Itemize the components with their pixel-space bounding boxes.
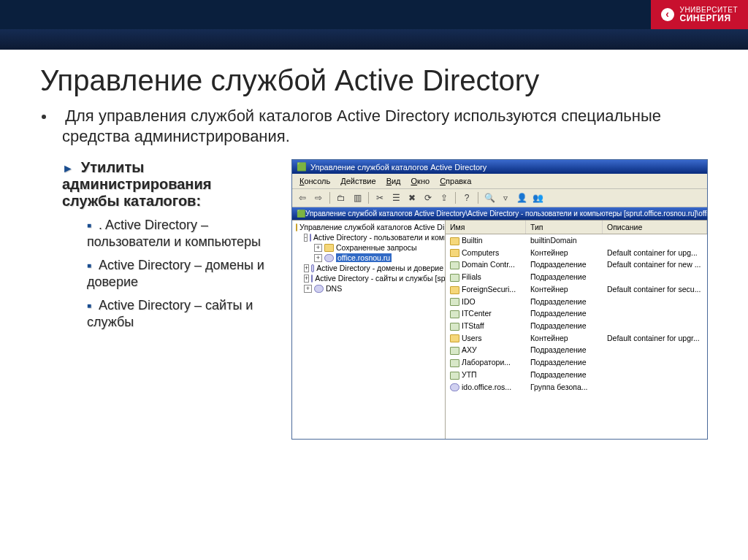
- path-icon: 🟩: [297, 210, 305, 218]
- properties-button[interactable]: ☰: [389, 191, 402, 204]
- mmc-titlebar[interactable]: 🟩 Управление службой каталогов Active Di…: [292, 160, 707, 174]
- node-icon: [324, 254, 334, 262]
- window-title: Управление службой каталогов Active Dire…: [310, 163, 486, 172]
- table-row[interactable]: Domain Contr...ПодразделениеDefault cont…: [446, 258, 707, 271]
- sub-list-item: ■Active Directory – домены и доверие: [87, 257, 271, 290]
- ou-icon: [450, 310, 459, 318]
- ou-icon: [450, 298, 459, 306]
- delete-button[interactable]: ✖: [405, 191, 419, 204]
- expand-icon[interactable]: +: [314, 244, 322, 252]
- ou-icon: [450, 372, 459, 380]
- tree-row[interactable]: -Active Directory - пользователи и компь…: [294, 232, 443, 242]
- logo-arrow-icon: ‹: [661, 8, 674, 21]
- folder-icon: [450, 249, 459, 257]
- menu-item[interactable]: Действие: [336, 175, 380, 187]
- folder-icon: [450, 237, 459, 245]
- arrow-bullet-icon: ►: [62, 162, 74, 174]
- menu-item[interactable]: Вид: [382, 175, 405, 187]
- body-paragraph: Для управления службой каталогов Active …: [62, 106, 708, 146]
- node-icon: [450, 383, 459, 391]
- tree-label: Active Directory - сайты и службы [sprut…: [315, 274, 446, 283]
- col-name[interactable]: Имя: [446, 220, 526, 234]
- menu-item[interactable]: Справка: [435, 175, 476, 187]
- bullet-icon: [42, 115, 46, 119]
- folder-icon: [450, 334, 459, 342]
- tree-label: Active Directory - домены и доверие: [316, 264, 443, 272]
- table-row[interactable]: ITStaffПодразделение: [446, 320, 707, 332]
- col-desc[interactable]: Описание: [603, 220, 707, 234]
- show-hide-button[interactable]: ▥: [351, 191, 364, 204]
- table-row[interactable]: АХУПодразделение: [446, 344, 707, 356]
- folder-icon: [324, 244, 334, 252]
- subheading: ►Утилиты администрирования службы катало…: [62, 159, 271, 210]
- menu-item[interactable]: Консоль: [295, 175, 335, 187]
- tree-label: Active Directory - пользователи и компью: [313, 233, 446, 242]
- brand-logo: ‹ УНИВЕРСИТЕТ СИНЕРГИЯ: [651, 0, 748, 29]
- table-row[interactable]: IDOПодразделение: [446, 296, 707, 308]
- ou-icon: [450, 261, 459, 269]
- tree-label: DNS: [326, 284, 342, 293]
- folder-icon: [450, 286, 459, 294]
- refresh-button[interactable]: ⟳: [421, 191, 435, 204]
- tree-label: Управление службой каталогов Active Dire…: [299, 223, 446, 231]
- ou-icon: [450, 274, 459, 282]
- tree-label: Сохраненные запросы: [336, 243, 417, 252]
- filter-button[interactable]: ▿: [499, 191, 512, 204]
- tree-row[interactable]: +Active Directory - домены и доверие: [294, 263, 443, 273]
- listview-pane[interactable]: Имя Тип Описание BuiltinbuiltinDomainCom…: [446, 220, 707, 439]
- col-type[interactable]: Тип: [526, 220, 603, 234]
- toolbar: ⇦ ⇨ 🗀 ▥ ✂ ☰ ✖ ⟳ ⇪ ? 🔍 ▿ 👤: [292, 189, 707, 207]
- expand-icon[interactable]: +: [304, 264, 309, 272]
- node-icon: [311, 275, 313, 283]
- square-bullet-icon: ■: [87, 261, 91, 269]
- brand-line2: СИНЕРГИЯ: [680, 14, 738, 23]
- left-column: ►Утилиты администрирования службы катало…: [62, 159, 271, 440]
- expand-icon[interactable]: -: [304, 234, 308, 242]
- tree-row[interactable]: +office.rosnou.ru: [294, 253, 443, 263]
- table-row[interactable]: ido.office.ros...Группа безопа...: [446, 381, 707, 394]
- node-icon: [314, 285, 324, 293]
- menubar: КонсольДействиеВидОкноСправка: [292, 174, 707, 189]
- page-title: Управление службой Active Directory: [40, 64, 708, 97]
- listview-header[interactable]: Имя Тип Описание: [446, 220, 707, 234]
- forward-button[interactable]: ⇨: [312, 191, 325, 204]
- menu-item[interactable]: Окно: [407, 175, 435, 187]
- expand-icon[interactable]: +: [314, 254, 322, 262]
- export-button[interactable]: ⇪: [438, 191, 451, 204]
- expand-icon[interactable]: +: [304, 275, 309, 283]
- table-row[interactable]: BuiltinbuiltinDomain: [446, 234, 707, 247]
- header-band: ‹ УНИВЕРСИТЕТ СИНЕРГИЯ: [0, 0, 748, 29]
- back-button[interactable]: ⇦: [296, 191, 309, 204]
- table-row[interactable]: ITCenterПодразделение: [446, 307, 707, 320]
- cut-button[interactable]: ✂: [373, 191, 386, 204]
- tree-row[interactable]: +Active Directory - сайты и службы [spru…: [294, 273, 443, 283]
- node-icon: [310, 234, 311, 242]
- node-icon: [311, 264, 314, 272]
- help-button[interactable]: ?: [460, 191, 473, 204]
- tree-row[interactable]: +DNS: [294, 283, 443, 294]
- tree-row[interactable]: Управление службой каталогов Active Dire…: [294, 222, 443, 232]
- app-icon: 🟩: [297, 162, 307, 172]
- tree-pane[interactable]: Управление службой каталогов Active Dire…: [292, 220, 446, 439]
- table-row[interactable]: УТППодразделение: [446, 369, 707, 381]
- tree-label: office.rosnou.ru: [336, 253, 392, 262]
- square-bullet-icon: ■: [87, 302, 91, 310]
- new-group-button[interactable]: 👥: [531, 191, 544, 204]
- ou-icon: [450, 359, 459, 367]
- table-row[interactable]: FilialsПодразделение: [446, 271, 707, 283]
- ou-icon: [450, 347, 459, 355]
- new-user-button[interactable]: 👤: [515, 191, 528, 204]
- mmc-window: 🟩 Управление службой каталогов Active Di…: [291, 159, 708, 440]
- sub-list-item: ■. Active Directory – пользователи и ком…: [87, 217, 271, 250]
- ou-icon: [450, 323, 459, 331]
- table-row[interactable]: Лаборатори...Подразделение: [446, 356, 707, 369]
- sub-band: [0, 29, 748, 50]
- folder-icon: [296, 223, 297, 231]
- find-button[interactable]: 🔍: [483, 191, 496, 204]
- tree-row[interactable]: +Сохраненные запросы: [294, 242, 443, 253]
- table-row[interactable]: ComputersКонтейнерDefault container for …: [446, 247, 707, 259]
- expand-icon[interactable]: +: [304, 285, 312, 293]
- table-row[interactable]: UsersКонтейнерDefault container for upgr…: [446, 332, 707, 345]
- table-row[interactable]: ForeignSecuri...КонтейнерDefault contain…: [446, 283, 707, 296]
- up-button[interactable]: 🗀: [335, 191, 348, 204]
